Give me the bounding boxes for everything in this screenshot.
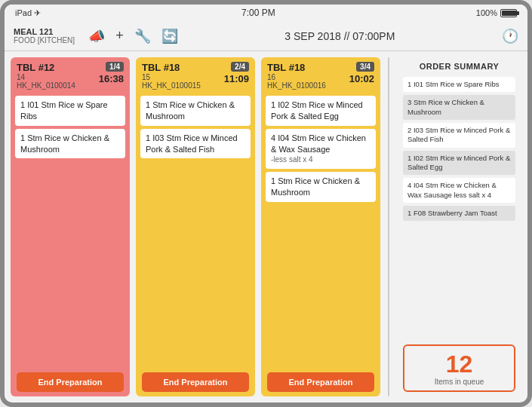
order-1-time: 16:38 [99, 73, 124, 84]
order-1-seq: 14 [17, 73, 75, 81]
end-prep-btn-1[interactable]: End Preparation [17, 372, 124, 392]
queue-label: Items in queue [407, 378, 511, 386]
end-prep-btn-3[interactable]: End Preparation [267, 372, 374, 392]
meal-label: MEAL 121 [14, 27, 75, 36]
order-card-1-footer: End Preparation [11, 368, 130, 396]
order-2-time: 11:09 [224, 73, 249, 84]
order-3-ref: HK_HK_0100016 [267, 81, 326, 90]
order-card-2-footer: End Preparation [136, 368, 255, 396]
order-1-ref: HK_HK_0100014 [17, 81, 75, 90]
order-2-item-1: 1 Stm Rice w Chicken & Mushroom [140, 96, 251, 126]
order-3-badge: 3/4 [356, 62, 374, 72]
summary-item-5: 4 I04 Stm Rice w Chicken & Wax Sausage l… [403, 178, 515, 203]
toolbar: MEAL 121 FOOD [KITCHEN] 📣 + 🔧 🔄 3 SEP 20… [5, 21, 527, 51]
toolbar-date: 3 SEP 2018 // 07:00PM [284, 30, 395, 42]
order-card-3: TBL #18 16 HK_HK_0100016 3/4 10:02 1 I02… [261, 57, 380, 396]
battery-label: 100% [476, 8, 497, 17]
summary-title: ORDER SUMMARY [403, 62, 515, 71]
order-card-1-info: TBL #12 14 HK_HK_0100014 [17, 62, 75, 90]
wrench-icon[interactable]: 🔧 [134, 28, 151, 44]
order-card-2-info: TBL #18 15 HK_HK_0100015 [142, 62, 201, 90]
order-3-table: TBL #18 [267, 62, 326, 73]
toolbar-left: MEAL 121 FOOD [KITCHEN] [14, 27, 75, 44]
order-3-item-2-text: 4 I04 Stm Rice w Chicken & Wax Sausage [271, 133, 366, 154]
order-3-seq: 16 [267, 73, 326, 81]
order-1-table: TBL #12 [17, 62, 75, 73]
order-1-item-2: 1 Stm Rice w Chicken & Mushroom [15, 129, 125, 159]
toolbar-right: 🕐 [502, 28, 518, 44]
summary-item-6: 1 F08 Strawberry Jam Toast [403, 206, 515, 221]
order-card-2-header: TBL #18 15 HK_HK_0100015 2/4 11:09 [136, 57, 255, 93]
order-card-2-body: 1 Stm Rice w Chicken & Mushroom 1 I03 St… [136, 93, 255, 368]
order-2-item-2: 1 I03 Stm Rice w Minced Pork & Salted Fi… [140, 129, 251, 159]
order-card-3-footer: End Preparation [261, 368, 380, 396]
kitchen-label: FOOD [KITCHEN] [14, 36, 75, 44]
add-icon[interactable]: + [115, 28, 124, 44]
clock-icon[interactable]: 🕐 [502, 28, 518, 44]
battery-icon [500, 9, 517, 17]
toolbar-icons: 📣 + 🔧 🔄 [88, 28, 178, 44]
ipad-label: iPad ✈ [15, 8, 41, 18]
divider [388, 57, 389, 396]
order-card-1: TBL #12 14 HK_HK_0100014 1/4 16:38 1 I01… [11, 57, 130, 396]
order-summary: ORDER SUMMARY 1 I01 Stm Rice w Spare Rib… [397, 57, 521, 396]
queue-box: 12 Items in queue [403, 344, 515, 392]
order-2-ref: HK_HK_0100015 [142, 81, 201, 90]
order-card-3-info: TBL #18 16 HK_HK_0100016 [267, 62, 326, 90]
status-time: 7:00 PM [241, 8, 275, 18]
order-2-badge: 2/4 [231, 62, 249, 72]
order-card-1-body: 1 I01 Stm Rice w Spare Ribs 1 Stm Rice w… [11, 93, 130, 368]
order-3-item-2: 4 I04 Stm Rice w Chicken & Wax Sausage -… [266, 129, 376, 169]
order-1-item-1: 1 I01 Stm Rice w Spare Ribs [15, 96, 125, 126]
announce-icon[interactable]: 📣 [88, 28, 105, 44]
orders-area: TBL #12 14 HK_HK_0100014 1/4 16:38 1 I01… [11, 57, 380, 396]
queue-number: 12 [407, 352, 511, 376]
order-card-2: TBL #18 15 HK_HK_0100015 2/4 11:09 1 Stm… [136, 57, 255, 396]
summary-item-4: 1 I02 Stm Rice w Minced Pork & Salted Eg… [403, 151, 515, 176]
main-content: TBL #12 14 HK_HK_0100014 1/4 16:38 1 I01… [5, 51, 527, 402]
order-3-item-1: 1 I02 Stm Rice w Minced Pork & Salted Eg… [266, 96, 376, 126]
order-1-badge: 1/4 [106, 62, 124, 72]
summary-item-2: 3 Stm Rice w Chicken & Mushroom [403, 95, 515, 120]
order-card-3-body: 1 I02 Stm Rice w Minced Pork & Salted Eg… [261, 93, 380, 368]
order-3-time: 10:02 [349, 73, 374, 84]
toolbar-center: 3 SEP 2018 // 07:00PM [184, 29, 496, 43]
end-prep-btn-2[interactable]: End Preparation [142, 372, 249, 392]
order-2-table: TBL #18 [142, 62, 201, 73]
status-left: iPad ✈ [15, 8, 41, 18]
status-bar: iPad ✈ 7:00 PM 100% [5, 5, 527, 21]
order-3-item-2-note: -less salt x 4 [271, 155, 371, 165]
status-right: 100% [476, 8, 517, 17]
summary-item-3: 2 I03 Stm Rice w Minced Pork & Salted Fi… [403, 123, 515, 148]
device-frame: iPad ✈ 7:00 PM 100% MEAL 121 FOOD [KITCH… [5, 5, 527, 402]
refresh-icon[interactable]: 🔄 [161, 28, 178, 44]
order-card-1-header: TBL #12 14 HK_HK_0100014 1/4 16:38 [11, 57, 130, 93]
order-3-item-3: 1 Stm Rice w Chicken & Mushroom [266, 172, 376, 202]
order-2-seq: 15 [142, 73, 201, 81]
summary-item-1: 1 I01 Stm Rice w Spare Ribs [403, 77, 515, 92]
order-card-3-header: TBL #18 16 HK_HK_0100016 3/4 10:02 [261, 57, 380, 93]
